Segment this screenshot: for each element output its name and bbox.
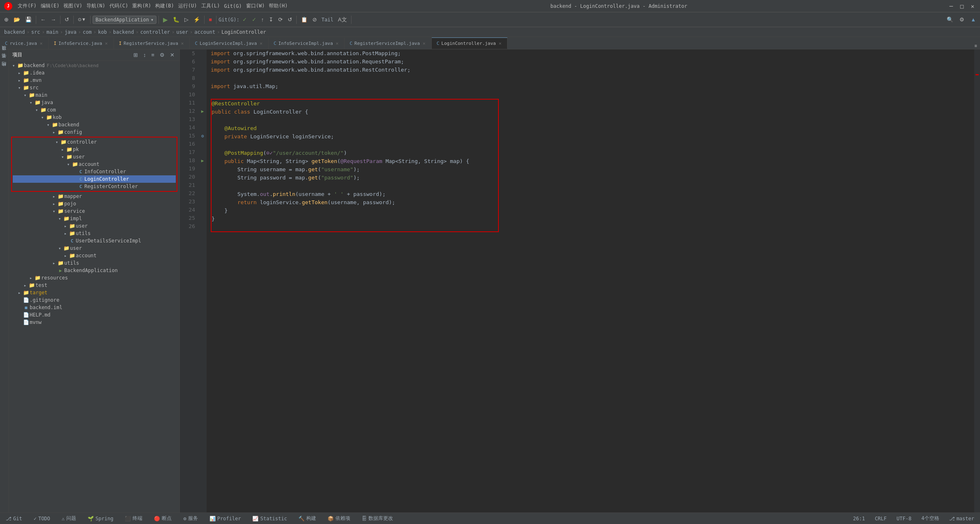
left-tab-bookmarks[interactable]: 书签 <box>0 60 8 64</box>
tree-infocontroller[interactable]: C InfoController <box>13 168 176 175</box>
tree-backendapp[interactable]: ▶ BackendApplication <box>9 267 179 274</box>
coverage-button[interactable]: ▷ <box>182 15 191 24</box>
toolbar-back[interactable]: ← <box>38 15 48 24</box>
statusbar-breakpoints[interactable]: 🔴 断点 <box>151 514 174 523</box>
menu-build[interactable]: 构建(B) <box>153 2 176 9</box>
tree-src[interactable]: ▾ 📁 src <box>9 84 179 91</box>
menu-tools[interactable]: 工具(L) <box>199 2 222 9</box>
sidebar-expand-btn[interactable]: ↕ <box>142 51 148 59</box>
tab-infoservice[interactable]: I InfoService.java ✕ <box>49 37 114 49</box>
statusbar-todo[interactable]: ✓ TODO <box>31 515 53 522</box>
tab-infoserviceimpl[interactable]: C InfoServiceImpl.java ✕ <box>269 37 345 49</box>
vcs-annotate[interactable]: 📋 <box>299 15 310 24</box>
tree-config[interactable]: ▸ 📁 config <box>9 128 179 136</box>
statusbar-statistic[interactable]: 📈 Statistic <box>250 515 289 522</box>
tab-more-button[interactable]: ≡ <box>974 42 978 49</box>
updates-button[interactable]: ▲ <box>968 15 978 24</box>
code-editor[interactable]: 5 6 7 8 9 10 11 12 13 14 15 16 17 18 19 … <box>180 49 980 512</box>
toolbar-save[interactable]: 💾 <box>23 15 34 24</box>
tree-pojo[interactable]: ▸ 📁 pojo <box>9 200 179 207</box>
menu-window[interactable]: 窗口(W) <box>244 2 267 9</box>
tab-close-logincontroller[interactable]: ✕ <box>498 41 503 46</box>
gutter-12[interactable]: ▶ <box>198 107 207 115</box>
menu-refactor[interactable]: 重构(R) <box>130 2 153 9</box>
statusbar-branch[interactable]: ⎇ master <box>947 515 977 522</box>
tree-pk[interactable]: ▸ 📁 pk <box>13 146 176 153</box>
run-button[interactable]: ▶ <box>161 15 170 25</box>
bc-account[interactable]: account <box>194 29 215 35</box>
profile-button[interactable]: ⚡ <box>191 15 202 24</box>
menu-run[interactable]: 运行(U) <box>176 2 199 9</box>
tab-close-infoserviceimpl[interactable]: ✕ <box>335 41 340 46</box>
git-check2[interactable]: ✓ <box>250 15 258 24</box>
toolbar-open[interactable]: 📂 <box>12 15 22 24</box>
toolbar-new-project[interactable]: ⊕ <box>2 15 11 24</box>
tree-account-svc[interactable]: ▸ 📁 account <box>9 252 179 259</box>
bc-backend[interactable]: backend <box>4 29 25 35</box>
tree-service[interactable]: ▾ 📁 service <box>9 207 179 215</box>
tree-target[interactable]: ▸ 📁 target <box>9 289 179 296</box>
tree-user-ctrl[interactable]: ▾ 📁 user <box>13 153 176 161</box>
statusbar-indent[interactable]: 4个空格 <box>919 514 941 523</box>
tree-controller[interactable]: ▾ 📁 controller <box>13 138 176 146</box>
left-tab-todo2[interactable]: 结构 <box>0 68 8 72</box>
tree-main[interactable]: ▾ 📁 main <box>9 91 179 99</box>
sidebar-settings-btn[interactable]: ⚙ <box>158 51 166 59</box>
tree-impl[interactable]: ▾ 📁 impl <box>9 215 179 222</box>
tree-resources[interactable]: ▸ 📁 resources <box>9 274 179 282</box>
statusbar-services[interactable]: ⚙ 服务 <box>181 514 200 523</box>
tab-close-infoservice[interactable]: ✕ <box>104 41 109 46</box>
sidebar-close-btn[interactable]: ✕ <box>168 51 176 59</box>
tab-close-rvice[interactable]: ✕ <box>39 41 44 46</box>
tab-loginserviceimpl[interactable]: C LoginServiceImpl.java ✕ <box>190 37 268 49</box>
tab-close-registerserviceimpl[interactable]: ✕ <box>422 41 426 46</box>
menu-edit[interactable]: 编辑(E) <box>39 2 62 9</box>
toolbar-forward[interactable]: → <box>49 15 58 24</box>
git-revert[interactable]: ↺ <box>286 15 294 24</box>
scrollbar-indicator[interactable] <box>974 49 980 512</box>
tree-registercontroller[interactable]: C RegisterController <box>13 183 176 190</box>
menu-git[interactable]: Git(G) <box>222 3 244 9</box>
sidebar-layout-btn[interactable]: ⊞ <box>132 51 140 59</box>
bc-logincontroller[interactable]: LoginController <box>221 29 266 35</box>
tab-logincontroller[interactable]: C LoginController.java ✕ <box>432 37 508 49</box>
statusbar-profiler[interactable]: 📊 Profiler <box>207 515 244 522</box>
menu-file[interactable]: 文件(F) <box>16 2 39 9</box>
tab-close-loginserviceimpl[interactable]: ✕ <box>259 41 263 46</box>
tree-backend-root[interactable]: ▾ 📁 backend F:\Code\kob\backend <box>9 62 179 69</box>
tree-test[interactable]: ▸ 📁 test <box>9 282 179 289</box>
tree-utils2[interactable]: ▸ 📁 utils <box>9 259 179 267</box>
tree-backendiml[interactable]: ◼ backend.iml <box>9 304 179 311</box>
statusbar-spring[interactable]: 🌱 Spring <box>85 515 116 522</box>
toolbar-navigate[interactable]: ⊙▼ <box>76 16 88 23</box>
git-check[interactable]: ✓ <box>240 15 249 24</box>
statusbar-db-update[interactable]: 🗄 数据库更改 <box>359 514 396 523</box>
tree-helpmd[interactable]: 📄 HELP.md <box>9 311 179 319</box>
tree-logincontroller[interactable]: C LoginController <box>13 175 176 183</box>
run-config-dropdown[interactable]: BackendApplication ▾ <box>93 16 156 24</box>
bc-controller[interactable]: controller <box>140 29 170 35</box>
tree-com[interactable]: ▾ 📁 com <box>9 106 179 114</box>
tree-mapper[interactable]: ▸ 📁 mapper <box>9 193 179 200</box>
statusbar-git[interactable]: ⎇ Git <box>3 515 25 522</box>
settings-button[interactable]: ⚙ <box>957 15 966 24</box>
tree-backend-pkg[interactable]: ▾ 📁 backend <box>9 121 179 128</box>
tree-gitignore[interactable]: 📄 .gitignore <box>9 296 179 304</box>
tab-registerservice[interactable]: I RegisterService.java ✕ <box>114 37 190 49</box>
tree-account[interactable]: ▾ 📁 account <box>13 161 176 168</box>
toolbar-refresh[interactable]: ↺ <box>63 15 71 24</box>
git-pull[interactable]: ↧ <box>267 15 275 24</box>
menu-view[interactable]: 视图(V) <box>61 2 84 9</box>
close-button[interactable]: ✕ <box>969 3 976 9</box>
gutter-15[interactable]: ⚙ <box>198 132 207 140</box>
statusbar-encoding[interactable]: UTF-8 <box>894 515 914 522</box>
statusbar-line-ending[interactable]: CRLF <box>872 515 889 522</box>
statusbar-build[interactable]: 🔨 构建 <box>296 514 319 523</box>
bc-com[interactable]: com <box>83 29 92 35</box>
bc-kob[interactable]: kob <box>98 29 107 35</box>
git-history[interactable]: ⟳ <box>276 15 285 24</box>
debug-button[interactable]: 🐛 <box>171 15 182 24</box>
tree-userdetailssvc[interactable]: C UserDetailsServiceImpl <box>9 237 179 245</box>
tab-rvice[interactable]: C rvice.java ✕ <box>0 37 49 49</box>
menu-navigate[interactable]: 导航(N) <box>84 2 107 9</box>
